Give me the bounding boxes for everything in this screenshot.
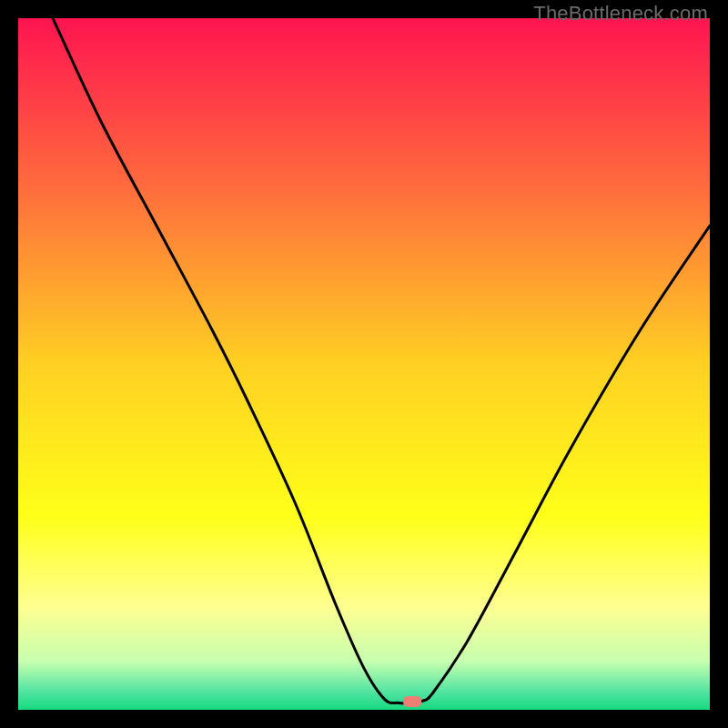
chart-frame: [18, 18, 710, 710]
bottleneck-chart: [18, 18, 710, 710]
chart-background: [18, 18, 710, 710]
watermark-text: TheBottleneck.com: [533, 2, 708, 25]
optimal-point-marker: [403, 696, 421, 707]
